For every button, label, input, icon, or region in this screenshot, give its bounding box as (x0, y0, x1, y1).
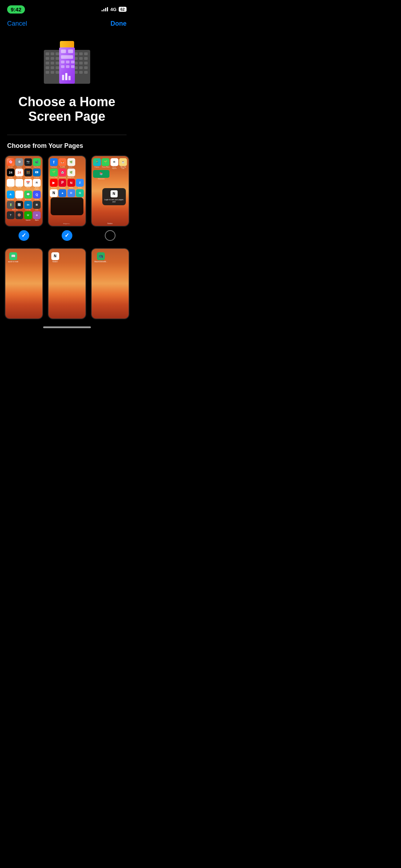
svg-rect-10 (46, 66, 49, 69)
pages-grid-bottom: 📖 epub to mobi N Notion 📺 WatchOnlineM..… (0, 241, 134, 319)
notion-login-widget: N Login to see your pages and (102, 188, 126, 205)
page-thumbnail-6[interactable]: 📺 WatchOnlineM... (91, 248, 129, 319)
page-title: Choose a Home Screen Page (11, 94, 123, 124)
notion-label: Notion (92, 222, 129, 224)
page-thumbnail-1[interactable]: 🌸 Photos ⚙ Settings 📷 Camera 📹 FaceTime … (5, 155, 43, 227)
svg-rect-4 (46, 57, 49, 60)
svg-rect-24 (79, 62, 83, 64)
notion-login-text: Login to see your pages and (104, 198, 124, 203)
svg-rect-18 (79, 52, 83, 55)
page-item-5[interactable]: N Notion (47, 248, 86, 319)
svg-rect-27 (79, 66, 83, 69)
done-button[interactable]: Done (110, 20, 127, 27)
svg-rect-40 (61, 65, 65, 68)
svg-rect-28 (84, 66, 88, 69)
title-section: Choose a Home Screen Page (0, 94, 134, 135)
page-thumbnail-2[interactable]: f Facebook 🦊 FoxFM 🌿 just br... 🌱 (48, 155, 86, 227)
svg-rect-7 (46, 62, 49, 64)
svg-rect-9 (56, 62, 59, 64)
svg-rect-43 (62, 75, 64, 80)
page-thumbnail-4[interactable]: 📖 epub to mobi (5, 248, 43, 319)
svg-rect-22 (84, 57, 88, 60)
svg-rect-32 (60, 41, 74, 48)
svg-rect-44 (65, 73, 67, 80)
svg-rect-15 (56, 71, 59, 74)
svg-rect-12 (56, 66, 59, 69)
pages-grid: 🌸 Photos ⚙ Settings 📷 Camera 📹 FaceTime … (0, 155, 134, 241)
svg-rect-14 (51, 71, 54, 74)
page-1-selection[interactable]: ✓ (19, 230, 29, 241)
widget-black (51, 197, 83, 215)
svg-rect-38 (66, 61, 70, 63)
network-type: 4G (110, 7, 116, 12)
svg-rect-6 (56, 57, 59, 60)
svg-rect-35 (68, 50, 73, 53)
svg-rect-36 (61, 55, 73, 59)
cancel-button[interactable]: Cancel (7, 20, 27, 27)
page-2-selection[interactable]: ✓ (62, 230, 72, 241)
svg-rect-11 (51, 66, 54, 69)
notion-icon: N (110, 190, 118, 197)
svg-rect-31 (84, 71, 88, 74)
page-item-6[interactable]: 📺 WatchOnlineM... (91, 248, 129, 319)
section-label: Choose from Your Pages (0, 142, 134, 155)
svg-rect-21 (79, 57, 83, 60)
page-item-1[interactable]: 🌸 Photos ⚙ Settings 📷 Camera 📹 FaceTime … (4, 155, 43, 241)
svg-rect-41 (66, 65, 70, 68)
page-thumbnail-5[interactable]: N Notion (48, 248, 86, 319)
navigation-bar: Cancel Done (0, 17, 134, 32)
svg-rect-30 (79, 71, 83, 74)
page-3-selection[interactable] (105, 230, 115, 241)
svg-rect-1 (46, 52, 49, 55)
svg-rect-8 (51, 62, 54, 64)
status-bar: 9:42 4G 62 (0, 0, 134, 17)
building-icon (42, 37, 92, 87)
home-bar (43, 326, 91, 328)
svg-rect-5 (51, 57, 54, 60)
battery-indicator: 62 (119, 7, 127, 12)
checkmark-icon-2: ✓ (65, 232, 69, 239)
page-thumbnail-3[interactable]: 🏃 Fitness 🌱 Focus Plant R Rove Papers ☕ … (91, 155, 129, 227)
svg-rect-2 (51, 52, 54, 55)
svg-rect-13 (46, 71, 49, 74)
svg-rect-45 (68, 76, 71, 80)
svg-rect-25 (84, 62, 88, 64)
svg-rect-34 (61, 50, 66, 53)
page-item-3[interactable]: 🏃 Fitness 🌱 Focus Plant R Rove Papers ☕ … (91, 155, 129, 241)
checkmark-icon: ✓ (21, 232, 26, 239)
status-time: 9:42 (7, 5, 25, 14)
svg-rect-37 (61, 61, 65, 63)
hero-icon-section (0, 32, 134, 94)
svg-rect-3 (56, 52, 59, 55)
page-item-4[interactable]: 📖 epub to mobi (4, 248, 43, 319)
svg-rect-42 (71, 65, 74, 68)
home-indicator (0, 319, 134, 332)
section-divider (7, 135, 127, 135)
svg-rect-39 (71, 61, 74, 63)
status-right: 4G 62 (102, 7, 127, 12)
svg-rect-19 (84, 52, 88, 55)
page-item-2[interactable]: f Facebook 🦊 FoxFM 🌿 just br... 🌱 (47, 155, 86, 241)
signal-icon (102, 7, 108, 11)
